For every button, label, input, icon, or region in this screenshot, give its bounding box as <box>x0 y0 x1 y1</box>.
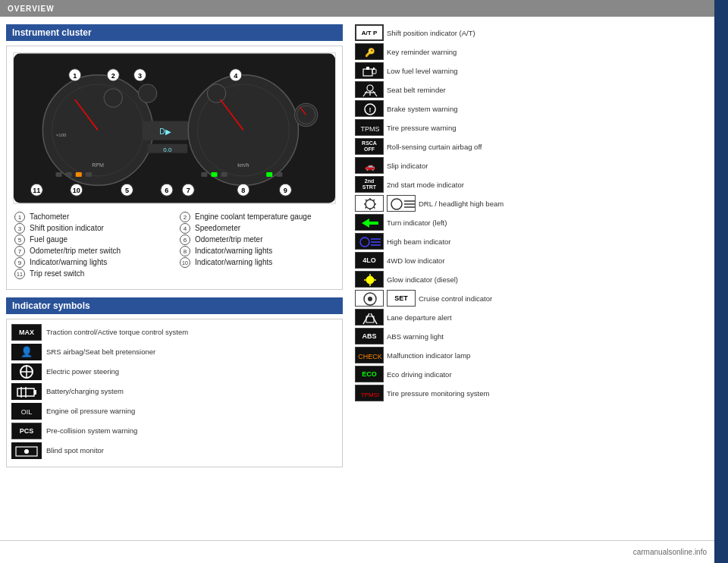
svg-text:CHECK: CHECK <box>358 353 382 360</box>
cluster-item: 5 Fuel gauge <box>13 234 171 245</box>
svg-line-99 <box>374 200 375 201</box>
svg-text:TPMS!: TPMS! <box>361 392 379 398</box>
2ndstrt-symbol: 2nd STRT <box>355 176 384 193</box>
svg-line-98 <box>374 207 375 209</box>
cruise-symbol-icon <box>355 290 384 307</box>
indicator-text: Blind spot monitor <box>46 446 104 455</box>
instrument-cluster-header: Instrument cluster <box>6 24 343 41</box>
seatbelt-symbol-icon <box>355 81 384 98</box>
cluster-item: 2 Engine coolant temperature gauge <box>178 212 336 222</box>
glow-symbol-icon <box>355 271 384 288</box>
steering-symbol-icon <box>11 363 42 380</box>
svg-text:4: 4 <box>234 72 237 80</box>
checkengine-symbol-icon: CHECK <box>355 347 384 363</box>
symbol-row-4lo: 4LO 4WD low indicator <box>355 252 708 269</box>
svg-rect-122 <box>356 310 384 326</box>
svg-text:RPM: RPM <box>92 162 104 168</box>
svg-text:6: 6 <box>165 187 168 194</box>
svg-line-97 <box>366 200 367 201</box>
svg-rect-48 <box>221 172 228 177</box>
svg-rect-75 <box>366 67 369 70</box>
svg-rect-50 <box>276 172 282 177</box>
svg-rect-77 <box>373 68 375 70</box>
symbol-row-cruise: SET Cruise control indicator <box>355 290 708 307</box>
left-column: Instrument cluster RPM ×100 <box>0 17 349 540</box>
svg-text:👤: 👤 <box>20 345 33 358</box>
symbol-row-glow: Glow indicator (diesel) <box>355 271 708 288</box>
cluster-item: 6 Odometer/trip meter <box>178 234 336 245</box>
svg-rect-73 <box>356 63 384 79</box>
indicator-row: OIL Engine oil pressure warning <box>11 403 337 420</box>
indicator-row: MAX Traction control/Active torque contr… <box>11 324 337 341</box>
indicator-text: Electric power steering <box>46 367 119 376</box>
indicator-symbol-pcs: PCS <box>11 423 42 439</box>
svg-rect-47 <box>211 172 217 177</box>
symbol-row-lda: Lane departure alert <box>355 309 708 326</box>
symbol-row-slip: 🚗 Slip indicator <box>355 157 708 174</box>
bottom-bar: carmanualsonline.info <box>0 540 714 563</box>
indicator-symbols-header: Indicator symbols <box>6 297 343 314</box>
svg-point-53 <box>297 105 315 124</box>
svg-rect-43 <box>66 172 72 177</box>
symbol-row-key: 🔑 Key reminder warning <box>355 43 708 60</box>
svg-text:TPMS: TPMS <box>360 125 379 133</box>
indicator-row: Battery/charging system <box>11 383 337 400</box>
turn-left-symbol-icon <box>355 214 384 231</box>
svg-text:🔑: 🔑 <box>365 47 375 58</box>
bsm-symbol-icon <box>11 442 42 459</box>
right-symbols-list: A/T P Shift position indicator (A/T) 🔑 K… <box>355 24 708 401</box>
indicator-text: Engine oil pressure warning <box>46 407 135 416</box>
svg-text:5: 5 <box>125 187 129 194</box>
indicator-text: SRS airbag/Seat belt pretensioner <box>46 348 155 357</box>
svg-point-6 <box>139 84 157 102</box>
oil-symbol-icon: OIL <box>11 403 42 420</box>
svg-line-100 <box>366 207 367 209</box>
svg-text:0.0: 0.0 <box>163 146 172 153</box>
key-symbol-icon: 🔑 <box>355 43 384 60</box>
indicator-symbol-max: MAX <box>11 324 42 341</box>
symbol-row-seatbelt: Seat belt reminder <box>355 81 708 98</box>
svg-point-121 <box>368 297 372 301</box>
svg-rect-44 <box>76 172 82 177</box>
right-column: A/T P Shift position indicator (A/T) 🔑 K… <box>349 17 714 540</box>
svg-point-12 <box>207 84 225 102</box>
cluster-items: 1 Tachometer 2 Engine coolant temperatur… <box>13 209 336 283</box>
symbol-row-2ndstrt: 2nd STRT 2nd start mode indicator <box>355 176 708 193</box>
drl-symbol-icon <box>355 195 384 212</box>
cluster-item: 1 Tachometer <box>13 212 171 222</box>
tpms-symbol-icon: TPMS <box>355 119 384 136</box>
cluster-item: 4 Speedometer <box>178 223 336 234</box>
tpms2-symbol-icon: TPMS! <box>355 385 384 401</box>
svg-text:2: 2 <box>111 72 115 80</box>
symbol-row-lights: DRL / headlight high beam <box>355 195 708 212</box>
svg-text:OIL: OIL <box>21 408 33 416</box>
set-symbol: SET <box>387 290 416 307</box>
svg-text:9: 9 <box>284 187 287 194</box>
battery-symbol-icon <box>11 383 42 400</box>
cluster-item: 9 Indicator/warning lights <box>13 257 171 268</box>
highbeam-symbol-icon <box>355 233 384 250</box>
svg-rect-46 <box>201 172 207 177</box>
top-header: OVERVIEW <box>0 0 714 17</box>
symbol-row-fuel: Low fuel level warning <box>355 62 708 79</box>
svg-text:7: 7 <box>187 187 190 194</box>
rsca-symbol: RSCA OFF <box>355 138 384 155</box>
lda-symbol-icon <box>355 309 384 326</box>
symbol-row-tpms: TPMS Tire pressure warning <box>355 119 708 136</box>
symbol-row-rsca: RSCA OFF Roll-sensing curtain airbag off <box>355 138 708 155</box>
cluster-box: RPM ×100 D▶ km/h <box>6 46 343 290</box>
svg-text:D▶: D▶ <box>159 127 171 136</box>
symbol-row-brake: ! Brake system warning <box>355 100 708 117</box>
headlight-symbol-icon <box>387 195 416 212</box>
fuel-symbol-icon <box>355 62 384 79</box>
svg-point-5 <box>104 89 122 107</box>
symbol-row-highbeam: High beam indicator <box>355 233 708 250</box>
cluster-item: 7 Odometer/trip meter switch <box>13 246 171 256</box>
slip-symbol-icon: 🚗 <box>355 157 384 174</box>
symbol-row-tpms2: TPMS! Tire pressure monitoring system <box>355 385 708 401</box>
svg-text:11: 11 <box>33 187 40 194</box>
symbol-row-eco: ECO Eco driving indicator <box>355 366 708 382</box>
cluster-image: RPM ×100 D▶ km/h <box>13 52 336 204</box>
cluster-item: 8 Indicator/warning lights <box>178 246 336 256</box>
svg-text:3: 3 <box>138 72 142 80</box>
